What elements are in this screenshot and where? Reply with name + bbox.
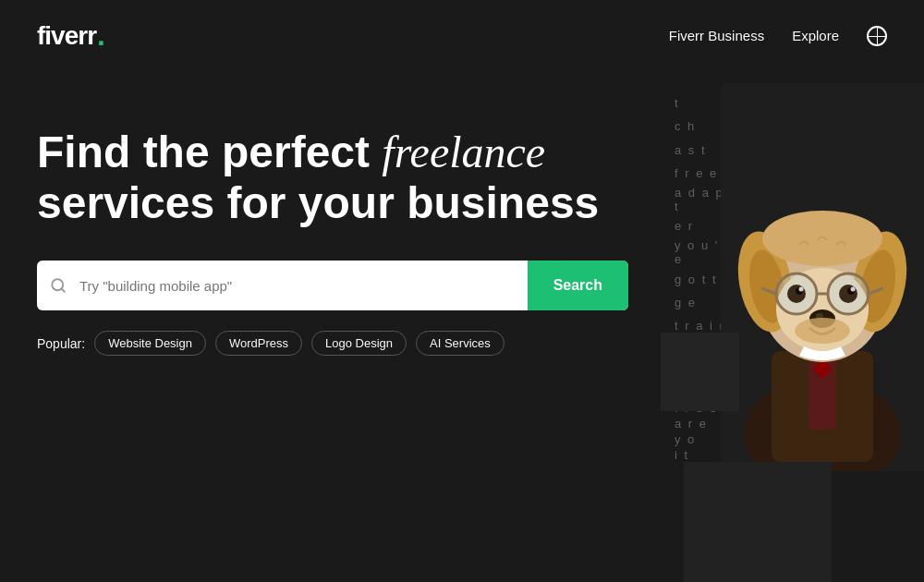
- search-icon: [50, 277, 67, 294]
- dark-square-2: [684, 462, 832, 582]
- nav-explore[interactable]: Explore: [792, 28, 839, 43]
- logo-dot: .: [97, 18, 105, 53]
- hero-title-line2: services for your business: [37, 178, 599, 227]
- hero-title-italic: freelance: [382, 127, 545, 176]
- search-input[interactable]: [79, 278, 528, 294]
- logo-text: fiverr: [37, 21, 96, 51]
- header: fiverr. Fiverr Business Explore: [0, 0, 924, 71]
- tag-logo-design[interactable]: Logo Design: [311, 331, 407, 356]
- tag-website-design[interactable]: Website Design: [94, 331, 206, 356]
- svg-line-1: [61, 289, 64, 292]
- nav-fiverr-business[interactable]: Fiverr Business: [669, 28, 764, 43]
- logo: fiverr.: [37, 18, 105, 53]
- main-content: Find the perfect freelance services for …: [0, 71, 924, 356]
- hero-title: Find the perfect freelance services for …: [37, 127, 647, 228]
- popular-label: Popular:: [37, 336, 85, 351]
- search-icon-wrapper: [37, 277, 79, 294]
- search-button[interactable]: Search: [528, 261, 628, 310]
- nav: Fiverr Business Explore: [669, 26, 887, 46]
- popular-row: Popular: Website Design WordPress Logo D…: [37, 331, 887, 356]
- tag-ai-services[interactable]: AI Services: [416, 331, 505, 356]
- hero-title-line1: Find the perfect: [37, 127, 382, 176]
- globe-icon[interactable]: [867, 26, 887, 46]
- search-bar: Search: [37, 261, 628, 310]
- tag-wordpress[interactable]: WordPress: [215, 331, 302, 356]
